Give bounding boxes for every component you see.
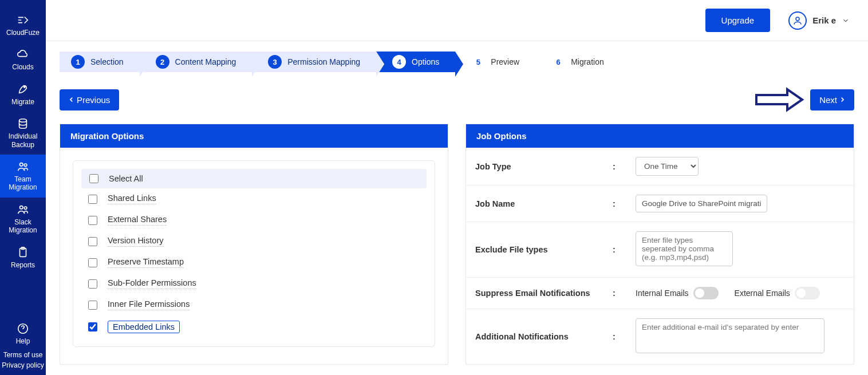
app-header: Upgrade Erik e — [46, 0, 868, 41]
sidebar-item-label: Individual Backup — [0, 132, 46, 149]
sidebar-item-team-migration[interactable]: Team Migration — [0, 155, 46, 198]
option-checkbox[interactable] — [88, 301, 97, 310]
option-label: Shared Links — [108, 194, 156, 204]
job-type-select[interactable]: One Time — [636, 157, 699, 176]
step-number: 1 — [71, 55, 85, 69]
svg-point-1 — [20, 163, 23, 167]
additional-notifications-row: Additional Notifications : — [466, 309, 854, 364]
option-checkbox[interactable] — [88, 258, 97, 267]
options-list: Select All Shared Links External Shares — [73, 160, 435, 347]
team-icon — [17, 160, 29, 173]
exclude-file-types-input[interactable] — [636, 231, 733, 266]
option-row-embedded-links: Embedded Links — [73, 315, 435, 338]
option-row-subfolder-permissions: Sub-Folder Permissions — [73, 273, 435, 294]
job-name-row: Job Name : — [466, 185, 854, 222]
wizard-step-selection[interactable]: 1 Selection — [60, 52, 140, 72]
sidebar-item-reports[interactable]: Reports — [0, 240, 46, 275]
job-options-panel: Job Options Job Type : One Time Job Name — [465, 124, 854, 365]
clipboard-icon — [17, 246, 29, 259]
chevron-down-icon — [842, 17, 850, 25]
svg-point-2 — [24, 164, 27, 167]
avatar — [788, 11, 807, 30]
step-label: Preview — [491, 57, 519, 66]
sidebar-item-label: Slack Migration — [0, 218, 46, 235]
sidebar-item-migrate[interactable]: Migrate — [0, 77, 46, 112]
option-label: Embedded Links — [108, 321, 180, 333]
step-label: Migration — [571, 57, 604, 66]
option-row-version-history: Version History — [73, 231, 435, 252]
sidebar-item-individual-backup[interactable]: Individual Backup — [0, 112, 46, 155]
privacy-link[interactable]: Privacy policy — [2, 361, 44, 369]
svg-point-3 — [20, 206, 23, 209]
exclude-file-types-label: Exclude File types — [475, 245, 613, 254]
migration-options-title: Migration Options — [60, 124, 448, 148]
sidebar-item-label: Reports — [11, 261, 35, 269]
sidebar-item-label: Migrate — [11, 98, 34, 106]
wizard-steps: 1 Selection 2 Content Mapping 3 Permissi… — [60, 52, 854, 72]
wizard-step-permission-mapping[interactable]: 3 Permission Mapping — [252, 52, 376, 72]
option-row-preserve-timestamp: Preserve Timestamp — [73, 252, 435, 273]
next-label: Next — [819, 95, 837, 105]
sidebar-item-logo[interactable]: CloudFuze — [0, 8, 46, 42]
job-options-title: Job Options — [466, 124, 854, 148]
backup-icon — [17, 117, 29, 130]
job-name-input[interactable] — [636, 195, 767, 212]
next-button[interactable]: Next — [810, 89, 854, 110]
option-checkbox[interactable] — [88, 216, 97, 225]
option-checkbox[interactable] — [88, 195, 97, 204]
option-row-inner-file-permissions: Inner File Permissions — [73, 294, 435, 315]
migration-options-panel: Migration Options Select All Shared Link… — [60, 124, 448, 365]
suppress-notifications-label: Suppress Email Notifications — [475, 289, 613, 298]
rocket-icon — [17, 83, 29, 96]
select-all-checkbox[interactable] — [89, 174, 98, 183]
external-emails-label: External Emails — [735, 289, 790, 298]
sidebar-item-label: Clouds — [12, 63, 33, 71]
internal-emails-label: Internal Emails — [636, 289, 689, 298]
team-icon — [17, 203, 29, 216]
option-checkbox[interactable] — [88, 322, 97, 331]
chevron-left-icon — [69, 96, 74, 104]
upgrade-button[interactable]: Upgrade — [705, 9, 771, 32]
option-row-shared-links: Shared Links — [73, 188, 435, 210]
option-label: Inner File Permissions — [108, 299, 190, 310]
chevron-right-icon — [839, 96, 845, 104]
step-label: Options — [412, 57, 439, 66]
wizard-step-content-mapping[interactable]: 2 Content Mapping — [140, 52, 252, 72]
sidebar-item-clouds[interactable]: Clouds — [0, 42, 46, 77]
sidebar-item-label: Help — [16, 337, 30, 345]
sidebar-item-label: Team Migration — [0, 175, 46, 192]
option-row-external-shares: External Shares — [73, 210, 435, 231]
job-type-label: Job Type — [475, 162, 613, 171]
option-label: Version History — [108, 236, 164, 247]
external-emails-toggle[interactable] — [795, 287, 820, 299]
internal-emails-toggle[interactable] — [693, 287, 719, 299]
additional-notifications-input[interactable] — [636, 318, 824, 353]
sidebar-item-label: CloudFuze — [6, 29, 40, 37]
step-label: Selection — [90, 57, 124, 66]
option-label: Preserve Timestamp — [108, 257, 184, 268]
terms-link[interactable]: Terms of use — [3, 351, 43, 359]
step-number: 2 — [156, 55, 169, 69]
option-checkbox[interactable] — [88, 279, 97, 289]
option-checkbox[interactable] — [88, 237, 97, 246]
suppress-notifications-row: Suppress Email Notifications : Internal … — [466, 278, 854, 309]
previous-label: Previous — [77, 95, 110, 105]
select-all-label: Select All — [109, 174, 143, 183]
wizard-step-options[interactable]: 4 Options — [376, 52, 455, 72]
wizard-step-preview[interactable]: 5 Preview — [455, 52, 535, 72]
previous-button[interactable]: Previous — [60, 89, 119, 110]
user-name: Erik e — [812, 15, 836, 25]
svg-point-8 — [796, 17, 799, 21]
job-type-row: Job Type : One Time — [466, 148, 854, 185]
step-number: 3 — [268, 55, 282, 69]
sidebar-item-slack-migration[interactable]: Slack Migration — [0, 198, 46, 240]
user-menu[interactable]: Erik e — [788, 11, 850, 30]
svg-point-4 — [24, 207, 27, 210]
cloud-icon — [17, 48, 29, 61]
step-label: Permission Mapping — [287, 57, 360, 66]
option-label: External Shares — [108, 215, 167, 226]
arrow-annotation-icon — [754, 86, 804, 113]
step-number: 5 — [471, 55, 485, 69]
sidebar-item-help[interactable]: Help — [0, 317, 46, 351]
wizard-step-migration[interactable]: 6 Migration — [535, 52, 620, 72]
